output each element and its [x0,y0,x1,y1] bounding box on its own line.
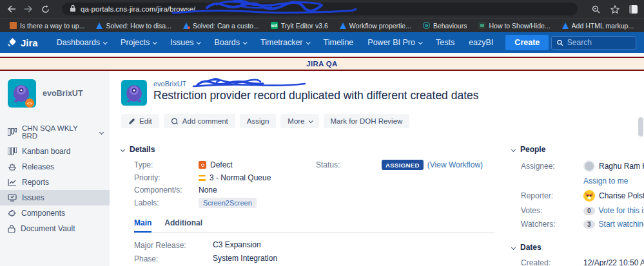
chevron-down-icon [306,40,310,44]
ship-icon [8,163,17,171]
issue-view: evoBrixUT Restriction provider record du… [110,71,644,266]
url-text: qa-portals.cns-jira.com/jira/browse/ [81,5,195,13]
m-green-icon: M [478,22,485,29]
assign-to-me-link[interactable]: Assign to me [583,176,628,185]
scrollbar[interactable] [638,117,643,137]
chevron-down-icon [308,119,313,123]
address-bar[interactable]: qa-portals.cns-jira.com/jira/browse/ [62,3,578,15]
bookmark-item[interactable]: w3Tryit Editor v3.6 [266,21,333,31]
project-header[interactable]: <> evoBrixUT [0,79,110,110]
search-input[interactable] [567,38,630,47]
nav-projects[interactable]: Projects [115,35,162,50]
field-label: Phase: [134,254,213,264]
sidebar-item-releases[interactable]: Releases [0,159,110,175]
svg-text:<>: <> [27,101,32,106]
forward-icon[interactable] [23,4,34,14]
sidebar-item-issues[interactable]: Issues [0,190,110,205]
chevron-down-icon [103,40,108,44]
bookmark-star-icon[interactable] [610,4,620,14]
nav-tests[interactable]: Tests [430,35,460,50]
add-comment-button[interactable]: Add comment [164,114,235,128]
atlassian-icon [562,23,569,29]
search-box[interactable] [551,36,636,50]
nav-issues[interactable]: Issues [164,35,206,50]
jira-logo[interactable]: Jira [8,37,38,48]
w3schools-icon: w3 [271,22,278,29]
sidebar-item-document-vault[interactable]: Document Vault [0,221,110,236]
banner-text: JIRA QA [306,60,337,68]
chevron-down-icon [99,129,104,134]
sidebar-item-reports[interactable]: Reports [0,175,110,190]
tab-main[interactable]: Main [134,218,151,233]
votes-label: Votes: [521,206,583,215]
board-selector[interactable]: CHN SQA WKLY BRD [0,120,110,144]
pencil-icon [128,118,135,125]
priority-value: 3 - Normal Queue [199,173,316,182]
collapse-icon [511,147,516,151]
status-value: ASSIGNED (View Workflow) [382,160,503,170]
chevron-down-icon [243,40,248,44]
bookmark-item[interactable]: Is there a way to up... [5,21,89,31]
breadcrumb-project-link[interactable]: evoBrixUT [153,80,186,88]
kanban-icon [8,147,17,155]
details-section-header[interactable]: Details [121,145,503,154]
bookmark-item[interactable]: Add HTML markup... [558,21,638,31]
view-workflow-link[interactable]: (View Workflow) [427,160,483,169]
chevron-down-icon [153,40,157,44]
reporter-label: Reporter: [521,191,583,200]
created-label: Created: [521,258,583,266]
field-value: C3 Expansion [213,240,503,251]
watchers-label: Watchers: [521,220,583,229]
nav-powerbi[interactable]: Power BI Pro [362,35,427,50]
reload-icon[interactable] [40,4,50,14]
vote-link[interactable]: Vote for this issue [599,206,644,215]
bookmark-item[interactable]: MHow to Show/Hide... [474,21,554,31]
issue-header: evoBrixUT Restriction provider record du… [121,80,644,106]
search-icon [557,39,563,46]
nav-timetracker[interactable]: Timetracker [255,35,315,50]
bookmark-item[interactable]: Workflow propertie... [335,21,416,31]
votes-count-badge: 0 [583,207,595,215]
nav-dashboards[interactable]: Dashboards [51,35,112,50]
components-label: Component/s: [134,185,199,195]
sidebar-item-components[interactable]: Components [0,205,110,221]
profile-icon[interactable] [629,5,638,14]
sidebar-item-kanban-board[interactable]: Kanban board [0,144,110,159]
bookmark-item[interactable]: Solved: ScriptRunn... [641,21,644,31]
assign-button[interactable]: Assign [240,114,277,128]
nav-timeline[interactable]: Timeline [318,35,360,50]
more-button[interactable]: More [280,114,318,128]
zoom-icon[interactable] [590,4,601,14]
page-orange-icon [10,22,17,29]
labels-label: Labels: [134,198,199,207]
components-icon [8,209,16,218]
doh-review-button[interactable]: Mark for DOH Review [324,114,410,128]
back-icon[interactable] [6,4,17,14]
issue-avatar [121,80,147,106]
watch-link[interactable]: Start watching this is [599,220,644,229]
tab-additional[interactable]: Additional [164,218,202,233]
project-avatar: <> [8,79,36,108]
chevron-down-icon [197,40,201,44]
assignee-label: Assignee: [521,162,583,171]
chart-icon [8,178,17,186]
bookmark-item[interactable]: Solved: How to disa... [92,21,176,31]
custom-fields-grid: Major Release: C3 Expansion Phase: Syste… [134,240,503,266]
bookmarks-bar: Is there a way to up... Solved: How to d… [0,18,644,32]
field-value: System Integration [213,254,503,264]
redaction-scribble [171,0,358,18]
jira-navbar: Jira Dashboards Projects Issues Boards T… [0,32,644,53]
edit-button[interactable]: Edit [121,114,159,128]
create-button[interactable]: Create [505,35,549,50]
lock-icon [70,3,76,15]
issue-toolbar: Edit Add comment Assign More Mark for DO… [121,114,644,128]
reporter-avatar [583,190,595,202]
nav-eazybi[interactable]: eazyBI [463,35,499,50]
bookmark-item[interactable]: GBehaviours [418,21,472,31]
people-section-header[interactable]: People [512,145,644,154]
nav-boards[interactable]: Boards [208,35,252,50]
dates-section-header[interactable]: Dates [512,243,644,252]
label-chip[interactable]: Screen2Screen [199,198,257,208]
assignee-value: Raghu Ram Koya [583,160,644,172]
bookmark-item[interactable]: Solved: Can a custo... [179,21,264,31]
